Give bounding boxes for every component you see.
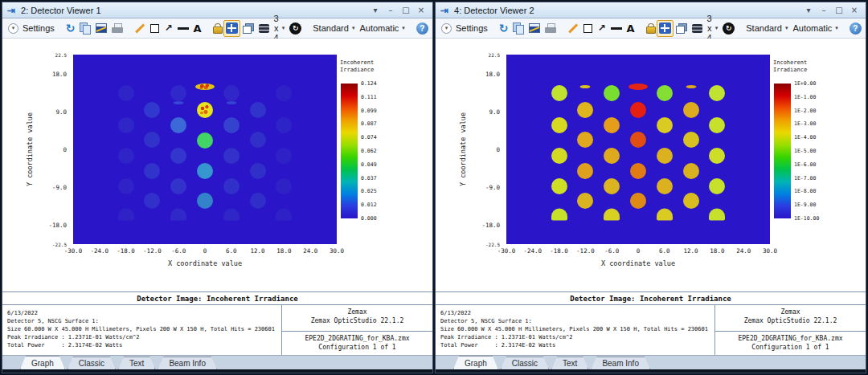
draw-arrow-button[interactable]: ↗ (162, 20, 174, 37)
add-text-button[interactable]: A (191, 20, 204, 37)
close-button[interactable]: × (415, 4, 428, 16)
arrow-icon: ↗ (164, 23, 172, 33)
grid-size-dropdown[interactable]: 3 x 4 ▾ (272, 20, 288, 37)
tab-text[interactable]: Text (551, 357, 588, 369)
info-line: 6/13/2022 (7, 309, 280, 317)
y-tick-label: -22.5 (485, 242, 500, 247)
detector-spot (604, 85, 620, 101)
detector-spot (657, 85, 673, 101)
draw-line-button[interactable] (175, 20, 191, 37)
minimize-button[interactable]: – (817, 4, 830, 16)
plot-canvas (73, 55, 337, 244)
detector-spot (577, 102, 593, 118)
refresh-icon: ↻ (66, 22, 76, 34)
stack-button[interactable] (256, 20, 272, 37)
detector-spot (577, 132, 593, 148)
detector-spot (197, 163, 213, 179)
automatic-dropdown[interactable]: Automatic ▾ (357, 20, 407, 37)
detector-spot (683, 163, 699, 179)
maximize-button[interactable]: □ (399, 4, 412, 16)
stack-button[interactable] (690, 20, 705, 37)
lock-button[interactable] (644, 20, 657, 37)
detector-spot (683, 193, 699, 209)
detector-spot (118, 178, 134, 194)
x-tick-label: 24.0 (736, 247, 751, 255)
draw-rectangle-button[interactable] (148, 20, 162, 37)
window-menu-button[interactable]: ▾ (802, 4, 815, 16)
bottom-strip (2, 369, 432, 373)
tab-graph[interactable]: Graph (453, 356, 498, 369)
detector-spot (170, 178, 186, 194)
overlay-windows-button[interactable] (674, 20, 690, 37)
save-image-button[interactable] (526, 20, 542, 37)
fit-window-button[interactable] (223, 20, 240, 37)
print-button[interactable] (109, 20, 125, 37)
settings-button[interactable]: ▾ Settings (6, 20, 57, 37)
info-line: Size 60.000 W X 45.000 H Millimeters, Pi… (440, 325, 713, 333)
colorbar-tick-label: 0.000 (361, 215, 377, 222)
refresh-button[interactable]: ↻ (63, 20, 78, 37)
y-tick-label: 0 (496, 146, 500, 153)
tab-classic[interactable]: Classic (501, 357, 549, 369)
copy-button[interactable] (77, 20, 93, 37)
lock-button[interactable] (211, 20, 223, 37)
tab-beam-info[interactable]: Beam Info (158, 357, 217, 369)
maximize-button[interactable]: □ (833, 4, 845, 16)
detector-spot (551, 117, 567, 133)
tab-classic[interactable]: Classic (68, 357, 116, 369)
draw-arrow-button[interactable]: ↗ (595, 20, 608, 37)
detector-spot (709, 209, 725, 221)
text-tool-icon: A (194, 23, 202, 34)
info-line: Total Power : 2.3174E-02 Watts (7, 341, 280, 349)
y-tick-label: -22.5 (52, 242, 67, 247)
draw-pencil-button[interactable] (565, 20, 581, 37)
detector-spot (195, 84, 215, 90)
colorbar-tick-label: 1E-9.00 (794, 202, 816, 208)
lock-icon (646, 23, 654, 34)
detector-spot (118, 117, 134, 133)
detector-spot (250, 102, 266, 118)
detector-spot (276, 148, 292, 164)
automatic-dropdown[interactable]: Automatic ▾ (790, 20, 840, 37)
tab-bar: GraphClassicTextBeam Info (2, 355, 432, 369)
colorbar-ticks: 0.1240.1110.0990.0870.0740.0620.0490.037… (341, 84, 405, 218)
save-image-button[interactable] (93, 20, 109, 37)
windows-icon (676, 23, 687, 34)
fit-window-button[interactable] (657, 20, 674, 37)
add-text-button[interactable]: A (624, 20, 637, 37)
tab-beam-info[interactable]: Beam Info (591, 357, 650, 369)
standard-dropdown[interactable]: Standard ▾ (310, 20, 357, 37)
loop-button[interactable]: ↻ (720, 20, 737, 37)
configuration-label: Configuration 1 of 1 (715, 343, 866, 352)
minimize-button[interactable]: – (384, 4, 397, 16)
standard-dropdown[interactable]: Standard ▾ (743, 20, 790, 37)
copy-button[interactable] (510, 20, 526, 37)
window-menu-button[interactable]: ▾ (369, 4, 382, 16)
detector-spot (577, 193, 593, 209)
loop-button[interactable]: ↻ (287, 20, 304, 37)
detector-spot (197, 193, 213, 209)
detector-spot (223, 148, 240, 164)
refresh-button[interactable]: ↻ (497, 20, 511, 37)
help-button[interactable]: ? (847, 20, 864, 37)
detector-spot (657, 148, 673, 164)
window-controls: ▾ – □ × (802, 4, 861, 16)
save-image-icon (96, 23, 107, 33)
settings-button[interactable]: ▾ Settings (439, 20, 490, 37)
tab-text[interactable]: Text (118, 357, 155, 369)
draw-pencil-button[interactable] (132, 20, 148, 37)
standard-label: Standard (313, 23, 349, 33)
overlay-windows-button[interactable] (240, 20, 256, 37)
x-tick-label: -12.0 (576, 247, 595, 255)
info-panel: 6/13/2022Detector 5, NSCG Surface 1:Size… (2, 305, 432, 355)
print-button[interactable] (542, 20, 559, 37)
help-button[interactable]: ? (414, 20, 431, 37)
draw-line-button[interactable] (608, 20, 624, 37)
grid-size-dropdown[interactable]: 3 x 4 ▾ (705, 20, 721, 37)
close-button[interactable]: × (848, 4, 861, 16)
detector-spot (170, 209, 186, 221)
tab-graph[interactable]: Graph (20, 356, 65, 369)
draw-rectangle-button[interactable] (581, 20, 595, 37)
y-tick-label: -18.0 (48, 222, 67, 229)
print-icon (112, 23, 123, 33)
